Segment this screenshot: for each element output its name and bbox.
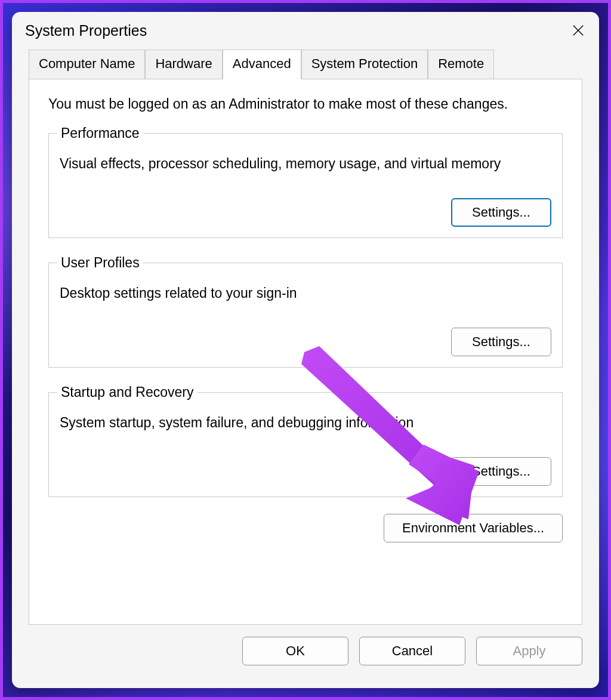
- titlebar: System Properties: [12, 12, 599, 49]
- ok-button[interactable]: OK: [242, 637, 348, 665]
- performance-settings-button[interactable]: Settings...: [451, 198, 551, 227]
- tab-system-protection[interactable]: System Protection: [301, 50, 428, 79]
- cancel-button[interactable]: Cancel: [359, 637, 465, 665]
- tab-hardware[interactable]: Hardware: [145, 50, 222, 79]
- tab-advanced[interactable]: Advanced: [223, 50, 301, 79]
- user-profiles-settings-button[interactable]: Settings...: [451, 328, 551, 356]
- startup-recovery-legend: Startup and Recovery: [57, 384, 197, 400]
- close-icon: [572, 24, 585, 37]
- dialog-footer-buttons: OK Cancel Apply: [12, 625, 599, 665]
- tab-remote[interactable]: Remote: [428, 50, 494, 79]
- performance-group: Performance Visual effects, processor sc…: [48, 125, 563, 238]
- user-profiles-desc: Desktop settings related to your sign-in: [60, 284, 551, 303]
- performance-legend: Performance: [57, 125, 143, 141]
- user-profiles-legend: User Profiles: [57, 255, 143, 271]
- admin-notice: You must be logged on as an Administrato…: [48, 96, 563, 112]
- window-title: System Properties: [25, 22, 147, 39]
- apply-button[interactable]: Apply: [476, 637, 582, 665]
- tab-computer-name[interactable]: Computer Name: [29, 50, 145, 79]
- close-button[interactable]: [557, 12, 599, 49]
- startup-recovery-settings-button[interactable]: Settings...: [451, 457, 551, 486]
- user-profiles-group: User Profiles Desktop settings related t…: [48, 255, 563, 368]
- startup-recovery-group: Startup and Recovery System startup, sys…: [48, 384, 563, 497]
- environment-variables-button[interactable]: Environment Variables...: [384, 514, 563, 542]
- tabs: Computer Name Hardware Advanced System P…: [29, 49, 582, 79]
- tabs-container: Computer Name Hardware Advanced System P…: [12, 49, 599, 79]
- advanced-panel: You must be logged on as an Administrato…: [29, 79, 582, 625]
- performance-desc: Visual effects, processor scheduling, me…: [60, 155, 551, 173]
- system-properties-window: System Properties Computer Name Hardware…: [12, 12, 599, 688]
- startup-recovery-desc: System startup, system failure, and debu…: [60, 414, 551, 432]
